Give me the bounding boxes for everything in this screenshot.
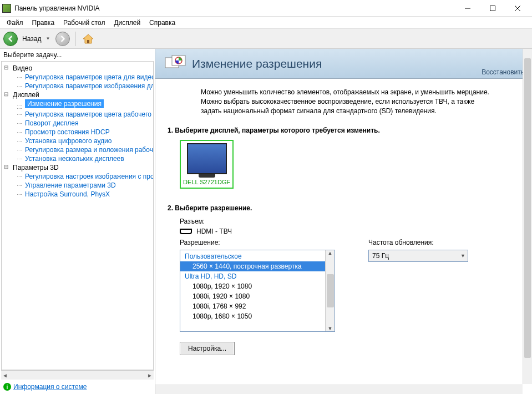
- back-label: Назад: [22, 35, 41, 43]
- sidebar: Выберите задачу... Видео Регулировка пар…: [0, 49, 155, 394]
- restore-link[interactable]: Восстановить: [482, 68, 524, 76]
- close-button[interactable]: [505, 1, 530, 16]
- hdmi-icon: [180, 229, 192, 234]
- home-icon[interactable]: [82, 32, 95, 46]
- toolbar-separator: [75, 32, 76, 46]
- tree-cat-video[interactable]: Видео: [2, 64, 153, 73]
- tree-item[interactable]: Регулировка параметров цвета для видео: [2, 73, 153, 82]
- resolution-listbox[interactable]: Пользовательское 2560 × 1440, построчная…: [180, 250, 335, 332]
- tree-item[interactable]: Регулировка размера и положения рабочего…: [2, 145, 153, 154]
- tree-item-change-resolution[interactable]: Изменение разрешения: [25, 99, 104, 108]
- scrollbar-thumb[interactable]: [524, 58, 531, 358]
- window-controls: [455, 1, 530, 16]
- window-title: Панель управления NVIDIA: [14, 4, 455, 12]
- menu-file[interactable]: Файл: [2, 18, 28, 28]
- tree-item[interactable]: Поворот дисплея: [2, 119, 153, 128]
- resolution-icon: [164, 54, 186, 73]
- menu-help[interactable]: Справка: [145, 18, 180, 28]
- refresh-rate-combo[interactable]: 75 Гц ▼: [368, 250, 468, 262]
- sidebar-h-scrollbar[interactable]: ◄►: [1, 370, 154, 380]
- task-tree[interactable]: Видео Регулировка параметров цвета для в…: [1, 61, 154, 370]
- step2-heading: 2. Выберите разрешение.: [168, 204, 515, 212]
- svg-rect-4: [87, 40, 89, 43]
- main-header: Изменение разрешения Восстановить: [155, 49, 532, 79]
- tree-cat-3d[interactable]: Параметры 3D: [2, 163, 153, 172]
- res-group-header: Пользовательское: [180, 251, 325, 261]
- res-group-header: Ultra HD, HD, SD: [180, 271, 325, 281]
- description-text: Можно уменьшить количество элементов, от…: [201, 88, 493, 115]
- tree-item[interactable]: Регулировка настроек изображения с просм…: [2, 172, 153, 181]
- tree-item[interactable]: Регулировка параметров цвета рабочего ст…: [2, 110, 153, 119]
- titlebar: Панель управления NVIDIA: [0, 0, 532, 17]
- tree-item[interactable]: Установка цифрового аудио: [2, 137, 153, 145]
- settings-button[interactable]: Настройка...: [180, 342, 235, 355]
- menubar: Файл Правка Рабочий стол Дисплей Справка: [0, 17, 532, 29]
- tree-item[interactable]: Установка нескольких дисплеев: [2, 154, 153, 163]
- page-title: Изменение разрешения: [192, 57, 322, 70]
- sidebar-footer: i Информация о системе: [0, 380, 155, 394]
- monitor-option[interactable]: DELL S2721DGF: [180, 140, 234, 189]
- refresh-rate-value: 75 Гц: [372, 252, 389, 260]
- scroll-up-icon[interactable]: ▲: [328, 250, 333, 256]
- refresh-label: Частота обновления:: [368, 239, 474, 246]
- info-icon: i: [3, 383, 11, 391]
- connector-label: Разъем:: [180, 218, 515, 225]
- tree-item[interactable]: Регулировка параметров изображения для в…: [2, 82, 153, 90]
- tree-item[interactable]: Просмотр состояния HDCP: [2, 128, 153, 137]
- listbox-scrollbar[interactable]: ▲ ▼: [325, 250, 335, 331]
- minimize-button[interactable]: [455, 1, 480, 16]
- res-item-selected[interactable]: 2560 × 1440, построчная развертка: [180, 261, 325, 271]
- tree-cat-display[interactable]: Дисплей: [2, 90, 153, 99]
- tree-item[interactable]: Настройка Surround, PhysX: [2, 190, 153, 199]
- main-content: Можно уменьшить количество элементов, от…: [155, 79, 532, 394]
- monitor-selector: DELL S2721DGF: [180, 140, 515, 189]
- system-info-link[interactable]: Информация о системе: [13, 383, 87, 391]
- connector-value: HDMI - ТВЧ: [196, 228, 232, 235]
- tree-item[interactable]: Управление параметрами 3D: [2, 181, 153, 190]
- back-dropdown-icon[interactable]: ▼: [45, 36, 50, 41]
- step1-heading: 1. Выберите дисплей, параметры которого …: [168, 127, 515, 134]
- menu-desktop[interactable]: Рабочий стол: [59, 18, 109, 28]
- monitor-icon: [187, 143, 227, 174]
- main-h-scrollbar[interactable]: [155, 385, 523, 394]
- res-item[interactable]: 1080i, 1768 × 992: [180, 301, 325, 311]
- sidebar-prompt: Выберите задачу...: [0, 49, 155, 61]
- back-button[interactable]: [3, 32, 18, 46]
- res-item[interactable]: 1080i, 1920 × 1080: [180, 291, 325, 301]
- nvidia-app-icon: [2, 4, 11, 13]
- scrollbar-thumb[interactable]: [327, 274, 334, 307]
- connector-row: HDMI - ТВЧ: [180, 228, 515, 235]
- scroll-down-icon[interactable]: ▼: [328, 326, 333, 331]
- toolbar: Назад ▼: [0, 29, 532, 49]
- main-panel: Изменение разрешения Восстановить Можно …: [155, 49, 532, 394]
- resolution-label: Разрешение:: [180, 239, 335, 246]
- menu-display[interactable]: Дисплей: [109, 18, 145, 28]
- chevron-down-icon: ▼: [460, 253, 465, 259]
- svg-rect-1: [490, 6, 495, 11]
- forward-button[interactable]: [55, 32, 70, 46]
- monitor-name: DELL S2721DGF: [183, 179, 230, 185]
- menu-edit[interactable]: Правка: [28, 18, 59, 28]
- tree-item-selected-wrap: Изменение разрешения: [2, 99, 153, 110]
- res-item[interactable]: 1080p, 1920 × 1080: [180, 281, 325, 291]
- res-item[interactable]: 1080p, 1680 × 1050: [180, 311, 325, 321]
- main-v-scrollbar[interactable]: [523, 49, 532, 384]
- maximize-button[interactable]: [480, 1, 505, 16]
